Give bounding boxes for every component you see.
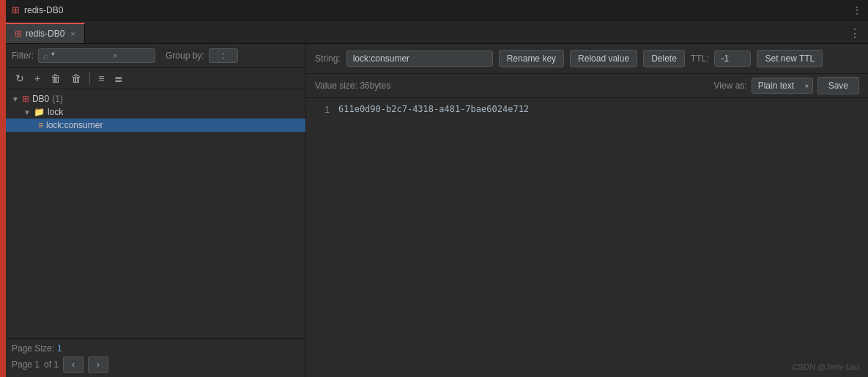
title-bar: ⊞ redis-DB0 ⋮ [0,0,868,20]
tree-item-db0[interactable]: ▼ ⊞ DB0 (1) [6,92,305,105]
tree-item-lock-consumer[interactable]: ≡ lock:consumer [6,119,305,132]
page-label: Page 1 [12,359,40,370]
key-type-label: String: [315,53,341,64]
reload-value-button[interactable]: Reload value [570,50,637,67]
prev-page-button[interactable]: ‹ [63,357,84,373]
view-as-label: View as: [714,81,747,91]
view-as-select[interactable]: Plain text JSON Hex Binary Msgpack [752,78,813,94]
value-info-bar: Value size: 36bytes View as: Plain text … [306,74,868,98]
sidebar: Filter: ⌕ × Group by: : ↻ + 🗑 🗑 ≡ ≣ ▼ ⊞ [6,44,306,377]
title-bar-icon: ⊞ [12,4,20,15]
tree-item-lock-folder[interactable]: ▼ 📁 lock [6,105,305,119]
left-accent [0,0,6,377]
title-bar-menu[interactable]: ⋮ [852,4,862,16]
page-nav-row: Page 1 of 1 ‹ › [12,357,300,373]
add-key-button[interactable]: + [31,71,44,86]
ttl-label: TTL: [691,53,709,64]
next-page-button[interactable]: › [88,357,108,373]
delete-key-button[interactable]: 🗑 [47,71,64,86]
value-row: 1 611e0d90-b2c7-4318-a481-7bae6024e712 [315,104,859,115]
tab-label: redis-DB0 [26,29,64,39]
value-area: 1 611e0d90-b2c7-4318-a481-7bae6024e712 [306,98,868,377]
key-label: lock:consumer [46,120,103,130]
key-toolbar: ↻ + 🗑 🗑 ≡ ≣ [6,68,305,89]
refresh-button[interactable]: ↻ [12,71,28,86]
key-icon: ≡ [38,120,43,130]
tab-redis-db0[interactable]: ⊞ redis-DB0 × [6,23,85,43]
filter-input-wrap[interactable]: ⌕ × [38,48,155,63]
value-size-label: Value size: 36bytes [315,81,390,91]
group-by-label: Group by: [166,51,204,61]
filter-clear-icon[interactable]: × [113,51,117,60]
filter-input[interactable] [51,51,110,61]
key-name-input[interactable] [346,51,493,67]
tab-close-icon[interactable]: × [70,29,75,38]
db0-label: DB0 [32,94,49,104]
collapse-button[interactable]: ≡ [94,71,108,86]
view-as-select-wrap[interactable]: Plain text JSON Hex Binary Msgpack [752,78,813,94]
main-layout: Filter: ⌕ × Group by: : ↻ + 🗑 🗑 ≡ ≣ ▼ ⊞ [0,44,868,377]
filter-bar: Filter: ⌕ × Group by: : [6,44,305,68]
save-button[interactable]: Save [817,77,859,94]
db0-caret: ▼ [12,95,19,103]
view-as-wrap: View as: Plain text JSON Hex Binary Msgp… [714,77,860,94]
tab-menu-icon[interactable]: ⋮ [849,23,868,43]
set-ttl-button[interactable]: Set new TTL [757,50,823,67]
key-header: String: Rename key Reload value Delete T… [306,44,868,74]
page-size-value: 1 [57,343,62,354]
page-size-label: Page Size: [12,343,54,354]
delete-key-button[interactable]: Delete [643,50,685,67]
title-bar-text: redis-DB0 [24,5,63,15]
content-panel: String: Rename key Reload value Delete T… [306,44,868,377]
pagination: Page Size: 1 Page 1 of 1 ‹ › [6,338,305,377]
delete-all-button[interactable]: 🗑 [67,71,85,86]
db0-icon: ⊞ [22,94,29,104]
value-row-num: 1 [315,104,330,115]
rename-key-button[interactable]: Rename key [499,50,564,67]
key-tree: ▼ ⊞ DB0 (1) ▼ 📁 lock ≡ lock:consumer [6,89,305,338]
group-by-input[interactable]: : [209,48,238,63]
lock-folder-caret: ▼ [23,108,31,116]
value-text: 611e0d90-b2c7-4318-a481-7bae6024e712 [338,104,529,114]
tab-db-icon: ⊞ [15,29,22,39]
toolbar-separator [89,72,90,84]
watermark: CSDN @Jerry Lau [793,362,859,371]
filter-search-icon: ⌕ [43,51,48,60]
expand-button[interactable]: ≣ [111,71,127,86]
ttl-input[interactable] [714,51,751,67]
page-size-row: Page Size: 1 [12,343,300,354]
tab-bar: ⊞ redis-DB0 × ⋮ [0,20,868,44]
page-of-label: of 1 [44,359,59,370]
lock-folder-label: lock [48,107,63,117]
filter-label: Filter: [12,51,34,61]
db0-count: (1) [52,94,63,104]
lock-folder-icon: 📁 [34,107,45,117]
